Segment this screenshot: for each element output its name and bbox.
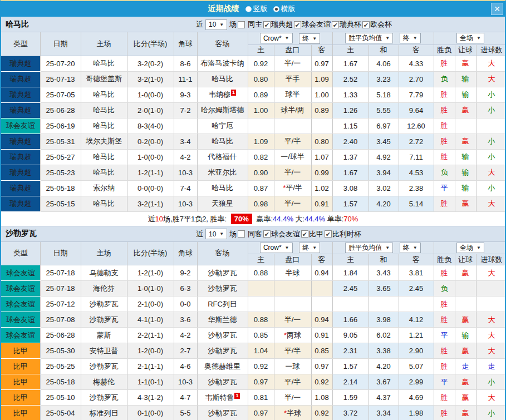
match-row: 比甲25-05-18梅赫伦1-1(0-1)10-3沙勒罗瓦0.97平/半0.92… <box>1 374 506 390</box>
layout-horizontal-radio[interactable]: 横版 <box>273 4 296 14</box>
handicap-result-cell: 赢 <box>455 312 476 328</box>
chevron-down-icon: ▼ <box>312 245 317 250</box>
checkbox-checked-icon: ✔ <box>325 230 332 238</box>
match-date-cell: 25-06-19 <box>40 118 81 134</box>
fulltime-select[interactable]: 全场▼ <box>456 33 484 43</box>
avg-odds-select[interactable]: 胜平负均值▼ <box>345 243 393 253</box>
handicap-cell: 半/一 <box>274 165 311 180</box>
avg-draw-cell: 6.97 <box>369 118 399 134</box>
league-checkbox[interactable]: ✔比甲 <box>301 229 323 239</box>
league-checkbox[interactable]: ✔比利时杯 <box>325 229 361 239</box>
avg-draw-cell: 3.43 <box>369 265 399 281</box>
match-date-cell: 25-05-25 <box>40 359 81 374</box>
score-cell: 8-3(4-0) <box>127 118 174 134</box>
odds-company-select[interactable]: Crow*▼ <box>260 243 293 253</box>
match-date-cell: 25-07-20 <box>40 56 81 71</box>
score-cell: 0-1(0-0) <box>127 406 174 420</box>
league-checkbox[interactable]: ✔球会友谊 <box>263 229 300 239</box>
avg-draw-cell: 3.34 <box>369 406 399 420</box>
results-table: 类型 日期 主场 比分(半场) 角球 客场 Crow*▼ 终▼ 胜平负均值▼ 终… <box>1 32 506 212</box>
chevron-down-icon: ▼ <box>476 245 481 250</box>
chevron-down-icon: ▼ <box>476 36 481 41</box>
odds-home-cell: 0.98 <box>248 196 274 211</box>
avg-home-cell: 9.05 <box>332 328 369 343</box>
same-home-checkbox[interactable]: 同主 <box>238 19 262 29</box>
league-checkbox[interactable]: ✔球会友谊 <box>294 19 331 29</box>
filter-bar: 近 10▼ 场 同客 ✔球会友谊✔比甲✔比利时杯 <box>196 226 361 242</box>
away-team-cell: 沙勒罗瓦 <box>197 265 248 281</box>
col-date: 日期 <box>40 242 81 265</box>
col-avg-home: 主 <box>332 254 369 265</box>
team-name: 沙勒罗瓦 <box>1 229 37 239</box>
handicap-result-cell: 赢 <box>455 102 476 118</box>
avg-time-select[interactable]: 终▼ <box>400 243 421 253</box>
match-type-cell: 球会友谊 <box>1 297 40 312</box>
match-date-cell: 25-06-28 <box>40 328 81 343</box>
handicap-cell: 一球 <box>274 359 311 374</box>
corner-cell: 10-3 <box>174 196 197 211</box>
corner-cell: 3-4 <box>174 134 197 149</box>
home-team-cell: 哈马比 <box>81 102 127 118</box>
window-title: 近期战绩 <box>208 4 239 14</box>
layout-horizontal-label: 横版 <box>281 4 296 14</box>
odds-home-cell: 1.09 <box>248 134 274 149</box>
avg-time-select[interactable]: 终▼ <box>400 33 421 43</box>
avg-home-cell: 2.52 <box>332 71 369 87</box>
match-row: 瑞典超25-05-31埃尔夫斯堡0-2(0-0)3-4哈马比1.09平/半0.8… <box>1 134 506 149</box>
col-home: 主场 <box>81 242 127 265</box>
match-type-cell: 比甲 <box>1 406 40 420</box>
result-cell: 胜 <box>434 297 455 312</box>
col-handicap: 盘口 <box>274 254 311 265</box>
fulltime-select[interactable]: 全场▼ <box>456 243 484 253</box>
chevron-down-icon: ▼ <box>219 22 224 27</box>
avg-draw-cell: 5.18 <box>369 87 399 102</box>
odds-time-select[interactable]: 终▼ <box>299 33 320 44</box>
handicap-cell: 平/半 <box>274 134 311 149</box>
match-date-cell: 25-05-23 <box>40 165 81 180</box>
result-cell: 负 <box>434 165 455 180</box>
result-cell: 胜 <box>434 56 455 71</box>
score-cell: 1-0(1-0) <box>127 281 174 297</box>
handicap-result-cell: 输 <box>455 71 476 87</box>
match-date-cell: 25-05-27 <box>40 149 81 165</box>
avg-draw-cell: 4.92 <box>369 149 399 165</box>
handicap-cell: *半球 <box>274 406 311 420</box>
games-label: 场 <box>229 229 237 239</box>
league-checkbox[interactable]: ✔欧会杯 <box>362 19 392 29</box>
handicap-cell: 半/一 <box>274 196 311 211</box>
odds-home-cell: 1.04 <box>248 343 274 359</box>
avg-home-cell: 1.59 <box>332 390 369 406</box>
result-cell: 胜 <box>434 196 455 211</box>
odds-away-cell: 1.00 <box>311 87 332 102</box>
red-card-badge: 1 <box>231 90 236 96</box>
corner-cell: 5-5 <box>174 406 197 420</box>
avg-draw-cell: 4.37 <box>369 390 399 406</box>
handicap-cell: 半/一 <box>274 56 311 71</box>
home-team-cell: 海伦芬 <box>81 281 127 297</box>
odds-company-select[interactable]: Crow*▼ <box>260 33 293 43</box>
match-type-cell: 瑞典超 <box>1 196 40 211</box>
match-count-select[interactable]: 10▼ <box>205 229 227 239</box>
odds-away-cell: 0.97 <box>311 56 332 71</box>
home-team-cell: 蒙斯 <box>81 328 127 343</box>
odds-away-cell: 1.07 <box>311 149 332 165</box>
match-count-select[interactable]: 10▼ <box>205 19 227 30</box>
close-button[interactable]: ✕ <box>491 3 503 15</box>
layout-vertical-radio[interactable]: 竖版 <box>245 4 268 14</box>
score-cell: 0-0(0-0) <box>127 180 174 196</box>
col-odds-away: 客 <box>311 45 332 56</box>
odds-time-select[interactable]: 终▼ <box>299 243 320 253</box>
odds-home-cell <box>248 297 274 312</box>
match-row: 球会友谊25-07-18乌德勒支1-2(1-0)9-2沙勒罗瓦0.88半球0.9… <box>1 265 506 281</box>
same-away-checkbox[interactable]: 同客 <box>238 229 262 239</box>
odds-home-cell: 0.97 <box>248 406 274 420</box>
home-team-cell: 哈马比 <box>81 87 127 102</box>
corner-cell: 4-2 <box>174 149 197 165</box>
goals-result-cell: 大 <box>476 390 506 406</box>
avg-odds-select[interactable]: 胜平负均值▼ <box>345 33 393 43</box>
match-type-cell: 球会友谊 <box>1 265 40 281</box>
league-checkbox[interactable]: ✔瑞典超 <box>263 19 293 29</box>
league-checkbox[interactable]: ✔瑞典杯 <box>332 19 361 29</box>
avg-away-cell: 2.38 <box>399 180 434 196</box>
match-date-cell: 25-07-18 <box>40 281 81 297</box>
